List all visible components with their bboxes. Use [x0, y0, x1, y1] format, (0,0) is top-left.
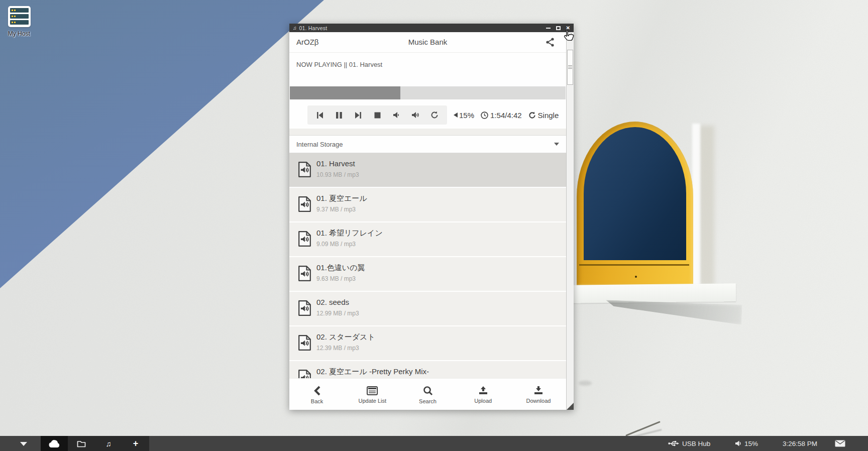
- chevron-down-icon: [554, 143, 559, 146]
- window-titlebar[interactable]: ♫ 01. Harvest ✕: [289, 24, 574, 32]
- skip-next-button[interactable]: [349, 106, 368, 124]
- player-time: 1:54/4:42: [481, 111, 522, 120]
- progress-zone: [289, 76, 566, 101]
- storage-selector[interactable]: Internal Storage: [289, 135, 566, 153]
- app-toolbar: Back Update List Search Upload Download: [289, 378, 566, 410]
- list-icon: [367, 386, 378, 395]
- mouse-cursor-hand: [563, 29, 575, 45]
- maximize-button[interactable]: [556, 26, 561, 30]
- track-title: 01. Harvest: [316, 159, 355, 168]
- desktop-icon-label: My Host: [3, 30, 35, 37]
- chevron-left-icon: [314, 386, 320, 396]
- track-meta: 12.39 MB / mp3: [316, 345, 359, 352]
- play-mode[interactable]: Single: [528, 111, 559, 120]
- volume-down-button[interactable]: [387, 106, 406, 124]
- track-title: 02. 夏空エール -Pretty Perky Mix-: [316, 367, 429, 377]
- taskbar-menu-caret-icon[interactable]: [20, 442, 27, 446]
- taskbar-mail[interactable]: [835, 436, 845, 451]
- track-title: 01. 夏空エール: [316, 194, 367, 203]
- track-list-item[interactable]: 01. 夏空エール 9.37 MB / mp3: [289, 188, 566, 222]
- track-title: 02. seeds: [316, 298, 349, 306]
- taskbar-tile-files[interactable]: [68, 436, 95, 451]
- taskbar-volume[interactable]: 15%: [735, 436, 758, 451]
- window-scrollbar[interactable]: [566, 32, 574, 410]
- usb-icon: [668, 440, 679, 446]
- player-volume: 15%: [454, 111, 474, 120]
- track-list: 01. Harvest 10.93 MB / mp3 01. 夏空エール 9.3…: [289, 153, 566, 378]
- clock-icon: [481, 111, 488, 119]
- wall-mark: [579, 381, 592, 386]
- photo-window-glass: [584, 127, 686, 260]
- server-bar: [10, 20, 29, 25]
- track-list-item[interactable]: 02. 夏空エール -Pretty Perky Mix- 9.06 MB / m…: [289, 361, 566, 378]
- photo-window-ledge: [569, 283, 736, 303]
- minimize-button[interactable]: [546, 28, 551, 29]
- seek-bar-fill: [290, 86, 400, 99]
- app-title: Music Bank: [289, 38, 566, 46]
- storage-selector-value: Internal Storage: [296, 141, 343, 148]
- taskbar-tile-cloud[interactable]: [41, 436, 68, 451]
- now-playing-text: NOW PLAYING || 01. Harvest: [289, 53, 566, 76]
- server-bar: [10, 8, 29, 13]
- arch-lit-rim: [692, 124, 700, 285]
- scrollbar-grip: [568, 65, 572, 69]
- track-meta: 9.63 MB / mp3: [316, 275, 356, 282]
- audio-file-icon: [298, 370, 311, 378]
- track-list-item[interactable]: 01. Harvest 10.93 MB / mp3: [289, 153, 566, 188]
- taskbar-tiles: ♫ +: [41, 436, 149, 451]
- taskbar-volume-label: 15%: [744, 440, 758, 447]
- refresh-button[interactable]: [425, 106, 444, 124]
- taskbar-tile-add[interactable]: +: [122, 436, 149, 451]
- envelope-icon: [835, 440, 845, 447]
- player-controls: 15% 1:54/4:42 Single: [289, 101, 566, 129]
- plus-icon: +: [133, 439, 139, 448]
- audio-file-icon: [298, 231, 311, 249]
- track-meta: 9.09 MB / mp3: [316, 241, 356, 248]
- search-icon: [423, 386, 433, 396]
- taskbar-tile-music[interactable]: ♫: [95, 436, 122, 451]
- download-button[interactable]: Download: [511, 379, 566, 410]
- taskbar-usb[interactable]: USB Hub: [668, 436, 710, 451]
- upload-button[interactable]: Upload: [456, 379, 511, 410]
- search-button[interactable]: Search: [400, 379, 455, 410]
- stop-button[interactable]: [368, 106, 387, 124]
- resize-handle[interactable]: [567, 403, 574, 410]
- audio-file-icon: [298, 300, 311, 318]
- window-content: ArOZβ Music Bank NOW PLAYING || 01. Harv…: [289, 32, 566, 410]
- volume-up-button[interactable]: [406, 106, 425, 124]
- pause-button[interactable]: [330, 106, 349, 124]
- desktop-icon-my-host[interactable]: My Host: [3, 6, 35, 37]
- seek-bar[interactable]: [290, 86, 566, 99]
- audio-file-icon: [298, 162, 311, 179]
- track-meta: 10.93 MB / mp3: [316, 171, 359, 178]
- speaker-icon: [735, 440, 741, 446]
- transport-buttons: [307, 105, 447, 125]
- music-player-window: ♫ 01. Harvest ✕ ArOZβ Music Bank NOW PLA…: [289, 24, 574, 410]
- taskbar-clock[interactable]: 3:26:58 PM: [783, 436, 817, 451]
- app-header: ArOZβ Music Bank: [289, 32, 566, 53]
- music-note-icon: ♫: [105, 440, 111, 447]
- arch-shadow: [699, 126, 714, 286]
- music-note-icon: ♫: [293, 26, 297, 31]
- audio-file-icon: [298, 196, 311, 214]
- share-icon[interactable]: [545, 37, 555, 47]
- taskbar: ♫ + USB Hub 15% 3:26:58 PM: [0, 436, 868, 451]
- cloud-icon: [48, 439, 60, 448]
- audio-file-icon: [298, 335, 311, 353]
- track-list-item[interactable]: 02. seeds 12.99 MB / mp3: [289, 292, 566, 326]
- photo-window-knob: [635, 276, 637, 278]
- track-list-item[interactable]: 01. 希望リフレイン 9.09 MB / mp3: [289, 222, 566, 257]
- scrollbar-thumb[interactable]: [567, 50, 573, 85]
- track-list-item[interactable]: 01.色違いの翼 9.63 MB / mp3: [289, 257, 566, 292]
- track-list-item[interactable]: 02. スターダスト 12.39 MB / mp3: [289, 326, 566, 361]
- update-list-button[interactable]: Update List: [345, 379, 400, 410]
- usb-label: USB Hub: [682, 440, 710, 447]
- clock-label: 3:26:58 PM: [783, 440, 817, 447]
- skip-previous-button[interactable]: [310, 106, 330, 124]
- server-bar: [10, 14, 29, 19]
- track-title: 02. スターダスト: [316, 332, 375, 342]
- back-button[interactable]: Back: [289, 379, 345, 410]
- photo-yellow-window: [577, 122, 693, 285]
- folder-icon: [77, 440, 86, 447]
- track-title: 01. 希望リフレイン: [316, 229, 383, 238]
